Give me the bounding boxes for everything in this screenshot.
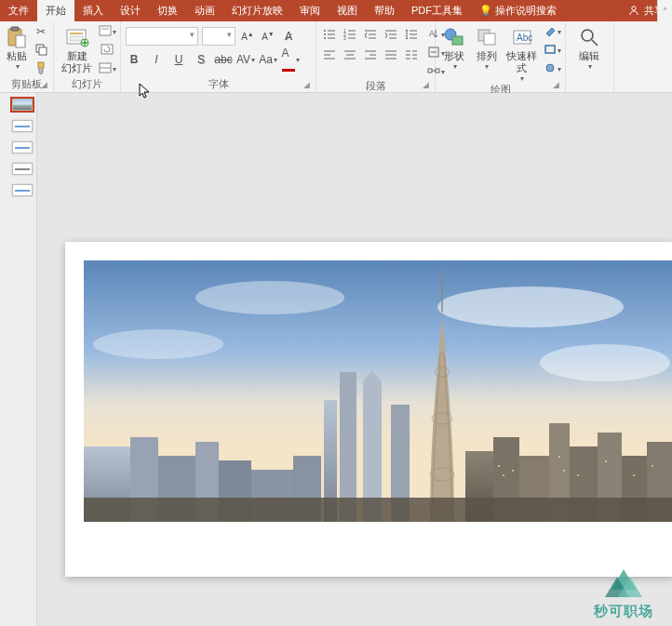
workspace: 1 2 3 4 5 — [0, 93, 672, 626]
slide-thumbnail-4[interactable]: 4 — [4, 163, 33, 175]
svg-rect-104 — [577, 474, 579, 476]
layout-button[interactable]: ▾ — [99, 24, 115, 39]
quick-styles-button[interactable]: Abc 快速样式▾ — [504, 24, 540, 83]
strike-button[interactable]: abc — [215, 51, 232, 68]
group-paragraph-label: 段落 — [316, 79, 435, 94]
change-case-button[interactable]: Aa▾ — [260, 51, 276, 68]
cut-button[interactable]: ✂ — [33, 24, 49, 39]
edit-label: 编辑 — [579, 50, 599, 62]
tab-pdf[interactable]: PDF工具集 — [403, 0, 471, 21]
align-left-button[interactable] — [321, 47, 338, 64]
new-slide-button[interactable]: 新建 幻灯片 — [59, 24, 95, 74]
columns-button[interactable] — [403, 47, 420, 64]
bold-button[interactable]: B — [126, 51, 142, 68]
section-button[interactable]: ▾ — [99, 61, 115, 76]
slide-image[interactable] — [84, 260, 672, 522]
svg-text:Abc: Abc — [517, 33, 532, 43]
svg-rect-58 — [428, 69, 432, 73]
align-center-icon — [343, 48, 356, 63]
arrange-label: 排列 — [477, 50, 497, 62]
font-name-select[interactable] — [126, 27, 198, 46]
numbering-icon: 123 — [343, 28, 356, 43]
decrease-font-icon: A▼ — [262, 31, 275, 42]
align-left-icon — [323, 48, 336, 63]
slide[interactable] — [65, 242, 672, 577]
svg-rect-11 — [100, 26, 111, 35]
tab-insert[interactable]: 插入 — [74, 0, 112, 21]
underline-button[interactable]: U — [170, 51, 187, 68]
shapes-button[interactable]: 形状▾ — [440, 24, 468, 71]
shape-outline-button[interactable]: ▾ — [544, 43, 560, 58]
paste-button[interactable]: 粘贴 ▾ — [5, 24, 29, 71]
share-icon — [628, 5, 639, 18]
tab-animation[interactable]: 动画 — [186, 0, 223, 21]
svg-rect-100 — [503, 474, 504, 476]
ribbon-collapse-button[interactable]: ˄ — [657, 0, 672, 22]
justify-button[interactable] — [383, 47, 399, 64]
font-launcher[interactable]: ◢ — [303, 81, 313, 90]
slide-thumbnail-1[interactable]: 1 — [4, 99, 33, 111]
slide-thumbnail-2[interactable]: 2 — [4, 120, 33, 132]
clear-format-button[interactable]: A̷ — [280, 28, 297, 45]
svg-rect-99 — [498, 465, 500, 467]
svg-rect-9 — [70, 36, 83, 41]
layout-icon — [99, 25, 112, 39]
tab-help[interactable]: 帮助 — [366, 0, 403, 21]
scissors-icon: ✂ — [36, 25, 46, 38]
svg-rect-107 — [652, 465, 653, 467]
font-size-select[interactable] — [202, 27, 235, 46]
indent-icon — [384, 28, 397, 43]
slide-thumbnail-3[interactable]: 3 — [4, 141, 33, 153]
bullets-button[interactable] — [321, 27, 338, 44]
ribbon: 粘贴 ▾ ✂ 剪贴板 ◢ 新建 幻灯片 ▾ ▾ — [0, 21, 672, 93]
clipboard-launcher[interactable]: ◢ — [41, 81, 50, 90]
drawing-launcher[interactable]: ◢ — [553, 81, 562, 90]
tab-review[interactable]: 审阅 — [291, 0, 329, 21]
tab-design[interactable]: 设计 — [112, 0, 149, 21]
copy-icon — [34, 43, 47, 59]
group-clipboard: 粘贴 ▾ ✂ 剪贴板 ◢ — [0, 21, 54, 92]
char-spacing-button[interactable]: AV▾ — [237, 51, 254, 68]
svg-rect-103 — [563, 470, 565, 472]
tab-view[interactable]: 视图 — [329, 0, 366, 21]
align-center-button[interactable] — [342, 47, 358, 64]
shape-effects-button[interactable]: ▾ — [544, 61, 560, 76]
tab-file[interactable]: 文件 — [0, 0, 37, 21]
slide-thumbnail-5[interactable]: 5 — [4, 184, 33, 196]
copy-button[interactable] — [33, 43, 49, 58]
slide-canvas-area[interactable] — [37, 93, 672, 626]
svg-point-72 — [437, 286, 624, 327]
line-spacing-button[interactable] — [403, 27, 420, 44]
group-font-label: 字体 — [121, 77, 316, 92]
decrease-font-button[interactable]: A▼ — [260, 28, 276, 45]
outdent-icon — [364, 28, 377, 43]
align-right-button[interactable] — [362, 47, 379, 64]
increase-font-button[interactable]: A▲ — [239, 28, 256, 45]
tab-home[interactable]: 开始 — [37, 0, 74, 21]
columns-icon — [405, 48, 418, 63]
group-font: A▲ A▼ A̷ B I U S abc AV▾ Aa▾ A▾ 字体 ◢ — [121, 21, 316, 92]
reset-button[interactable] — [99, 43, 115, 58]
tab-tellme[interactable]: 💡 操作说明搜索 — [471, 0, 565, 21]
numbering-button[interactable]: 123 — [342, 27, 358, 44]
change-case-icon: Aa — [259, 53, 273, 66]
increase-indent-button[interactable] — [383, 27, 399, 44]
shadow-button[interactable]: S — [193, 51, 209, 68]
tab-transition[interactable]: 切换 — [149, 0, 186, 21]
arrange-button[interactable]: 排列▾ — [472, 24, 500, 71]
svg-rect-5 — [39, 47, 47, 55]
eraser-icon: A̷ — [285, 30, 292, 43]
find-button[interactable]: 编辑▾ — [571, 24, 608, 71]
svg-rect-106 — [633, 474, 635, 476]
format-painter-button[interactable] — [33, 61, 49, 76]
group-paragraph: 123 A▾ ▾ ▾ 段落 ◢ — [316, 21, 436, 92]
shape-fill-button[interactable]: ▾ — [544, 24, 560, 39]
tab-slideshow[interactable]: 幻灯片放映 — [223, 0, 291, 21]
svg-rect-98 — [84, 498, 672, 522]
decrease-indent-button[interactable] — [362, 27, 379, 44]
italic-button[interactable]: I — [148, 51, 165, 68]
strike-icon: abc — [214, 53, 232, 66]
paragraph-launcher[interactable]: ◢ — [423, 81, 432, 90]
shapes-icon — [442, 26, 466, 48]
font-color-button[interactable]: A▾ — [282, 51, 299, 68]
